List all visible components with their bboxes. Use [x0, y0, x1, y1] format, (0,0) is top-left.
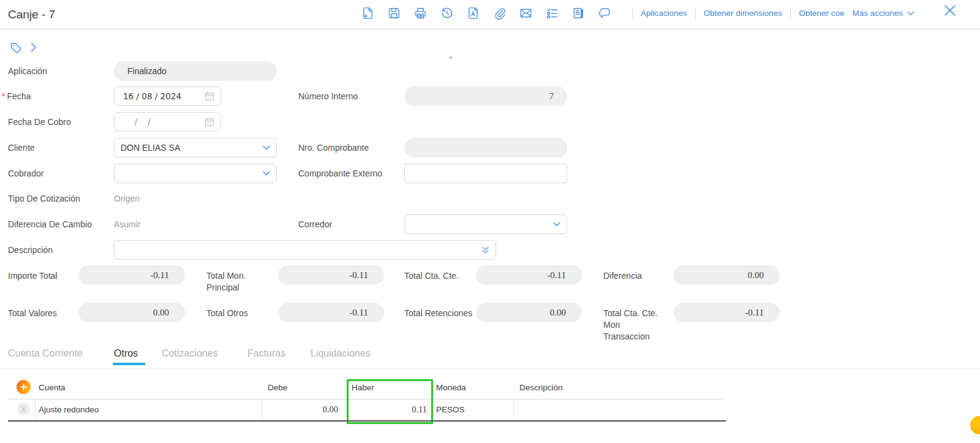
row-divider	[262, 399, 262, 420]
header-links: Aplicaciones Obtener dimensiones Obtener…	[632, 8, 914, 18]
total-cta-cte-mon-transaccion-label: Total Cta. Cte. Mon Transaccion	[603, 308, 668, 343]
importe-total-value: -0.11	[78, 265, 185, 285]
required-asterisk: *	[2, 91, 5, 101]
fecha-label: *Fecha	[2, 91, 31, 101]
total-mon-principal-label: Total Mon. Principal	[206, 270, 275, 293]
total-cta-cte-value: -0.11	[476, 265, 582, 285]
obtener-dimensiones-link[interactable]: Obtener dimensiones	[704, 9, 782, 18]
table-bottom-border	[8, 420, 726, 422]
double-chevron-down-icon[interactable]	[481, 246, 489, 254]
cliente-label: Cliente	[8, 143, 35, 153]
canje-window: Canje - 7	[0, 0, 980, 443]
text-template-icon[interactable]	[466, 6, 480, 20]
obtener-coe-link[interactable]: Obtener coe	[799, 9, 844, 18]
link-divider	[632, 8, 633, 18]
checklist-icon[interactable]	[545, 6, 559, 20]
cell-cuenta[interactable]: Ajuste redondeo	[39, 405, 99, 414]
total-retenciones-label: Total Retenciones	[404, 308, 473, 319]
row-divider	[513, 399, 514, 420]
chevron-right-icon[interactable]	[31, 42, 37, 52]
new-document-icon[interactable]	[360, 6, 375, 20]
add-row-button[interactable]	[17, 380, 31, 394]
total-otros-value: -0.11	[278, 303, 384, 322]
total-otros-label: Total Otros	[206, 308, 275, 319]
column-header-debe: Debe	[268, 383, 287, 392]
tab-facturas[interactable]: Facturas	[247, 348, 285, 359]
comment-icon[interactable]	[597, 6, 612, 20]
aplicacion-field: Finalizado	[114, 61, 277, 81]
total-mon-principal-value: -0.11	[278, 265, 384, 285]
diferencia-de-cambio-label: Diferencia De Cambio	[8, 219, 92, 229]
link-divider	[790, 8, 791, 18]
mas-acciones-menu[interactable]: Más acciones	[852, 9, 914, 18]
journal-icon[interactable]	[571, 6, 586, 20]
aplicaciones-link[interactable]: Aplicaciones	[641, 9, 687, 18]
tabs-divider	[0, 368, 980, 369]
cell-debe[interactable]: 0.00	[262, 404, 338, 415]
fecha-field[interactable]: 16 / 08 / 2024	[114, 86, 221, 106]
diferencia-de-cambio-value: Asumir	[114, 219, 141, 229]
aplicacion-label: Aplicación	[8, 66, 47, 76]
comprobante-externo-label: Comprobante Externo	[298, 168, 382, 178]
descripcion-input[interactable]	[114, 240, 496, 260]
row-divider	[35, 399, 36, 420]
total-cta-cte-mon-transaccion-value: -0.11	[674, 303, 780, 322]
column-header-cuenta: Cuenta	[39, 383, 66, 392]
nro-comprobante-label: Nro. Comprobante	[298, 143, 369, 153]
importe-total-label: Importe Total	[8, 270, 77, 282]
total-cta-cte-label: Total Cta. Cte.	[404, 270, 473, 282]
total-valores-label: Total Valores	[8, 308, 77, 319]
cobrador-label: Cobrador	[8, 168, 43, 178]
total-retenciones-value: 0.00	[476, 303, 582, 322]
toolbar	[360, 6, 612, 20]
nro-comprobante-field	[404, 138, 567, 157]
cobrador-select[interactable]	[114, 164, 277, 183]
active-tab-underline	[113, 363, 145, 365]
stray-dot-icon	[450, 56, 452, 59]
history-icon[interactable]	[439, 6, 454, 20]
column-header-descripcion: Descripción	[519, 383, 563, 392]
plus-icon	[20, 384, 27, 390]
link-divider	[695, 8, 696, 18]
email-icon[interactable]	[518, 6, 533, 20]
delete-row-button[interactable]: X	[17, 403, 30, 415]
chevron-down-icon	[553, 222, 560, 227]
print-icon[interactable]	[413, 6, 428, 20]
haber-column-highlight	[347, 379, 433, 424]
chevron-down-icon	[263, 171, 270, 176]
descripcion-label: Descripción	[8, 245, 53, 255]
fecha-de-cobro-label: Fecha De Cobro	[8, 117, 71, 127]
corredor-select[interactable]	[404, 214, 567, 234]
fecha-de-cobro-field[interactable]: / /	[114, 112, 221, 132]
page-title: Canje - 7	[8, 8, 55, 21]
attachment-icon[interactable]	[492, 6, 507, 20]
numero-interno-field: 7	[404, 86, 567, 106]
cell-moneda[interactable]: PESOS	[436, 405, 465, 414]
corredor-label: Corredor	[298, 219, 332, 229]
total-valores-value: 0.00	[78, 303, 185, 322]
tab-otros[interactable]: Otros	[114, 348, 138, 359]
close-icon[interactable]	[943, 4, 957, 17]
tag-icon[interactable]	[9, 40, 23, 55]
chevron-down-icon	[907, 11, 914, 16]
tipo-de-cotizacion-label: Tipo De Cotización	[8, 194, 80, 203]
diferencia-label: Diferencia	[603, 270, 672, 282]
save-icon[interactable]	[386, 6, 401, 20]
tab-cuenta-corriente[interactable]: Cuenta Corriente	[8, 348, 83, 359]
calendar-icon[interactable]	[205, 91, 214, 101]
help-fab-button[interactable]	[970, 416, 980, 434]
tab-liquidaciones[interactable]: Liquidaciones	[311, 348, 371, 359]
cliente-select[interactable]: DON ELIAS SA	[114, 138, 277, 157]
tab-cotizaciones[interactable]: Cotizaciones	[162, 348, 218, 359]
chevron-down-icon	[263, 145, 270, 150]
tipo-de-cotizacion-value: Origen	[114, 194, 140, 203]
numero-interno-label: Número Interno	[298, 91, 358, 101]
column-header-moneda: Moneda	[436, 383, 466, 392]
diferencia-value: 0.00	[674, 265, 780, 285]
calendar-icon[interactable]	[205, 117, 214, 127]
comprobante-externo-input[interactable]	[404, 164, 567, 183]
header-divider	[0, 29, 980, 29]
